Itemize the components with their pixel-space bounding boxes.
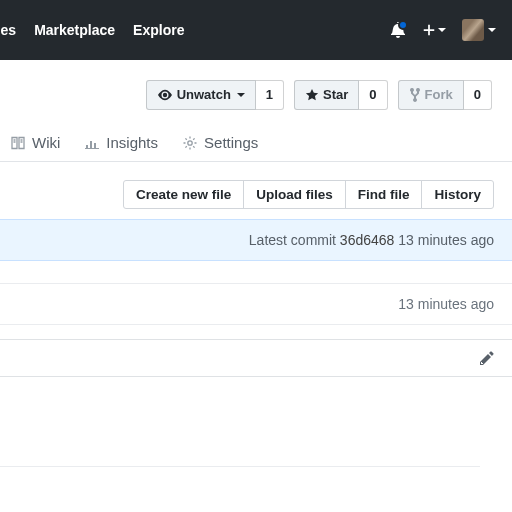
nav-links: ues Marketplace Explore [0,22,184,38]
plus-icon [422,23,436,37]
graph-icon [84,135,100,151]
user-menu[interactable] [462,19,496,41]
topbar-right [390,19,496,41]
notifications-button[interactable] [390,22,406,38]
avatar [462,19,484,41]
tab-wiki[interactable]: Wiki [10,134,60,151]
tab-settings[interactable]: Settings [182,134,258,151]
svg-point-0 [188,140,192,144]
gear-icon [182,135,198,151]
readme-body [0,377,480,467]
fork-button[interactable]: Fork [398,80,464,110]
file-list-row[interactable]: 13 minutes ago [0,283,512,325]
tab-insights[interactable]: Insights [84,134,158,151]
create-menu[interactable] [422,23,446,37]
star-icon [305,88,319,102]
star-label: Star [323,85,348,105]
caret-down-icon [237,93,245,97]
nav-marketplace[interactable]: Marketplace [34,22,115,38]
file-row-time: 13 minutes ago [398,296,494,312]
latest-commit-bar: Latest commit 36d6468 13 minutes ago [0,219,512,261]
file-action-bar: Create new file Upload files Find file H… [0,162,512,209]
top-navbar: ues Marketplace Explore [0,0,512,60]
commit-prefix: Latest commit [249,232,336,248]
find-file-button[interactable]: Find file [345,180,423,209]
fork-count[interactable]: 0 [464,80,492,110]
commit-time: 13 minutes ago [398,232,494,248]
history-button[interactable]: History [421,180,494,209]
repo-tabs: Wiki Insights Settings [0,110,512,162]
tab-wiki-label: Wiki [32,134,60,151]
watch-group: Unwatch 1 [146,80,284,110]
commit-hash[interactable]: 36d6468 [340,232,395,248]
book-icon [10,135,26,151]
readme-header [0,339,512,377]
eye-icon [157,88,173,102]
tab-insights-label: Insights [106,134,158,151]
nav-explore[interactable]: Explore [133,22,184,38]
file-button-row: Create new file Upload files Find file H… [124,180,494,209]
fork-icon [409,87,421,103]
nav-issues[interactable]: ues [0,22,16,38]
star-count[interactable]: 0 [359,80,387,110]
unwatch-label: Unwatch [177,85,231,105]
pencil-icon[interactable] [480,350,494,366]
repo-action-bar: Unwatch 1 Star 0 Fork 0 [0,60,512,110]
fork-group: Fork 0 [398,80,492,110]
watch-count[interactable]: 1 [256,80,284,110]
tab-settings-label: Settings [204,134,258,151]
upload-files-button[interactable]: Upload files [243,180,346,209]
star-group: Star 0 [294,80,388,110]
star-button[interactable]: Star [294,80,359,110]
caret-down-icon [438,28,446,32]
caret-down-icon [488,28,496,32]
unwatch-button[interactable]: Unwatch [146,80,256,110]
create-file-button[interactable]: Create new file [123,180,244,209]
notification-indicator [398,20,408,30]
fork-label: Fork [425,85,453,105]
